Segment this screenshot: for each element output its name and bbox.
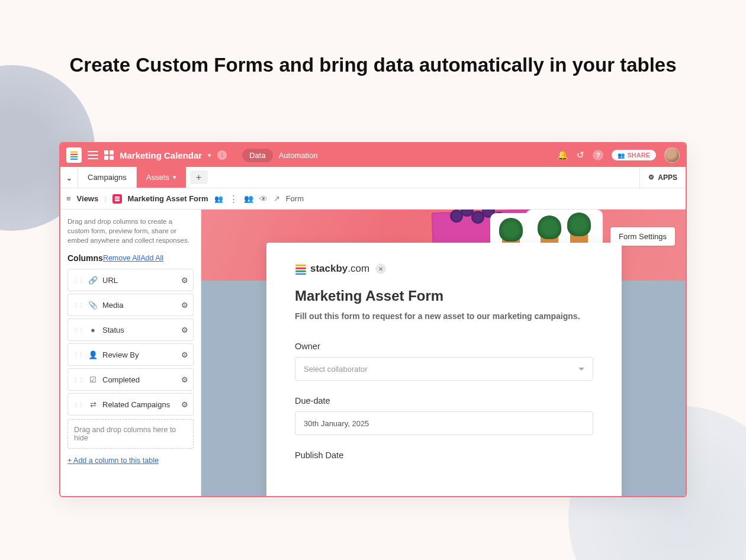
column-label: URL (102, 276, 118, 285)
drag-handle-icon[interactable]: ⋮⋮ (73, 327, 83, 333)
form-description[interactable]: Fill out this form to request for a new … (295, 310, 593, 323)
drag-handle-icon[interactable]: ⋮⋮ (73, 352, 83, 358)
gear-icon[interactable]: ⚙ (181, 276, 188, 285)
column-item-media[interactable]: ⋮⋮ 📎 Media ⚙ (67, 294, 194, 316)
brand-text: stackby.com (310, 263, 369, 275)
avatar[interactable] (664, 147, 680, 163)
column-item-url[interactable]: ⋮⋮ 🔗 URL ⚙ (67, 269, 194, 291)
history-icon[interactable]: ↺ (577, 150, 584, 160)
drag-handle-icon[interactable]: ⋮⋮ (73, 302, 83, 308)
workspace-title[interactable]: Marketing Calendar (120, 150, 202, 160)
app-logo[interactable] (66, 147, 82, 163)
current-view-name[interactable]: Marketing Asset Form (128, 194, 208, 203)
info-icon[interactable]: i (217, 150, 227, 160)
nav-automation[interactable]: Automation (279, 151, 318, 160)
share-button[interactable]: 👥 SHARE (612, 150, 656, 160)
gear-icon[interactable]: ⚙ (181, 350, 188, 359)
owner-select[interactable]: Select collaborator (295, 357, 593, 381)
gear-icon[interactable]: ⚙ (181, 301, 188, 310)
form-title[interactable]: Marketing Asset Form (295, 288, 593, 304)
gear-icon[interactable]: ⚙ (181, 400, 188, 409)
field-owner: Owner Select collaborator (295, 342, 593, 381)
column-label: Media (102, 301, 123, 310)
drag-handle-icon[interactable]: ⋮⋮ (73, 376, 83, 383)
add-tab-button[interactable]: + (190, 170, 208, 184)
menu-icon[interactable] (88, 151, 98, 159)
column-item-status[interactable]: ⋮⋮ ● Status ⚙ (67, 318, 194, 341)
columns-title: Columns (67, 253, 103, 263)
column-label: Related Campaigns (102, 400, 170, 409)
share-form-icon[interactable]: ↗ (274, 194, 280, 203)
field-label: Owner (295, 342, 593, 351)
app-window: Marketing Calendar ▾ i Data Automation 🔔… (59, 142, 687, 497)
column-label: Review By (102, 350, 139, 359)
column-label: Status (102, 326, 124, 334)
tabbar: ⌄ Campaigns Assets ▾ + ⚙ APPS (60, 167, 686, 188)
apps-button[interactable]: ⚙ APPS (639, 167, 686, 188)
share-label: SHARE (627, 152, 650, 159)
content-area: Drag and drop columns to create a custom… (60, 210, 686, 496)
column-item-completed[interactable]: ⋮⋮ ☑ Completed ⚙ (67, 368, 194, 391)
help-icon[interactable]: ? (593, 150, 603, 160)
collaborators-badge-icon[interactable]: 👥 (214, 195, 223, 203)
tab-campaigns[interactable]: Campaigns (78, 167, 137, 188)
drag-handle-icon[interactable]: ⋮⋮ (73, 401, 83, 408)
form-canvas: Form Settings stackby.com ✕ Marketing As… (201, 210, 686, 496)
apps-label: APPS (658, 173, 677, 182)
field-due-date: Due-date 30th January, 2025 (295, 396, 593, 435)
stackby-logo-icon (295, 263, 307, 275)
topbar: Marketing Calendar ▾ i Data Automation 🔔… (60, 143, 686, 167)
column-item-related[interactable]: ⋮⋮ ⇄ Related Campaigns ⚙ (67, 393, 194, 416)
field-label: Publish Date (295, 450, 593, 460)
more-icon[interactable]: ⋮ (229, 194, 238, 204)
remove-all-link[interactable]: Remove All (103, 254, 140, 262)
form-mode-label[interactable]: Form (286, 194, 304, 203)
viewbar: ≡ Views | Marketing Asset Form 👥 ⋮ 👥 👁 ↗… (60, 188, 686, 210)
expand-toggle[interactable]: ⌄ (60, 167, 78, 188)
field-label: Due-date (295, 396, 593, 405)
tab-assets-label: Assets (146, 173, 169, 182)
column-label: Completed (102, 375, 140, 384)
views-label[interactable]: Views (77, 194, 99, 203)
drop-zone[interactable]: Drag and drop columns here to hide (67, 419, 194, 449)
checkbox-icon: ☑ (88, 375, 98, 384)
tab-assets[interactable]: Assets ▾ (137, 167, 186, 188)
column-item-reviewby[interactable]: ⋮⋮ 👤 Review By ⚙ (67, 343, 194, 366)
chevron-down-icon[interactable]: ▾ (208, 152, 211, 159)
form-card: stackby.com ✕ Marketing Asset Form Fill … (266, 243, 622, 496)
field-publish-date: Publish Date (295, 450, 593, 460)
grid-icon[interactable] (104, 150, 114, 160)
circle-icon: ● (88, 326, 98, 334)
nav-data[interactable]: Data (242, 149, 272, 162)
eye-icon[interactable]: 👁 (259, 194, 268, 204)
page-headline: Create Custom Forms and bring data autom… (0, 52, 746, 79)
chevron-down-icon[interactable]: ▾ (173, 173, 176, 181)
gear-icon[interactable]: ⚙ (181, 326, 188, 334)
sidebar: Drag and drop columns to create a custom… (60, 210, 201, 496)
form-view-icon (112, 194, 122, 204)
people-icon[interactable]: 👥 (244, 194, 253, 203)
people-icon: 👥 (618, 152, 625, 159)
bell-icon[interactable]: 🔔 (557, 150, 568, 160)
sidebar-hint: Drag and drop columns to create a custom… (67, 217, 194, 245)
add-column-link[interactable]: + Add a column to this table (67, 456, 159, 465)
link-icon: 🔗 (88, 276, 98, 285)
gear-icon[interactable]: ⚙ (181, 375, 188, 384)
drag-handle-icon[interactable]: ⋮⋮ (73, 277, 83, 284)
add-all-link[interactable]: Add All (140, 254, 163, 262)
due-date-input[interactable]: 30th January, 2025 (295, 411, 593, 435)
form-brand: stackby.com ✕ (295, 263, 593, 275)
hamburger-icon[interactable]: ≡ (66, 194, 71, 203)
attachment-icon: 📎 (88, 301, 98, 310)
remove-brand-icon[interactable]: ✕ (375, 263, 386, 274)
person-icon: 👤 (88, 350, 98, 359)
relation-icon: ⇄ (88, 400, 98, 409)
apps-icon: ⚙ (648, 173, 654, 181)
